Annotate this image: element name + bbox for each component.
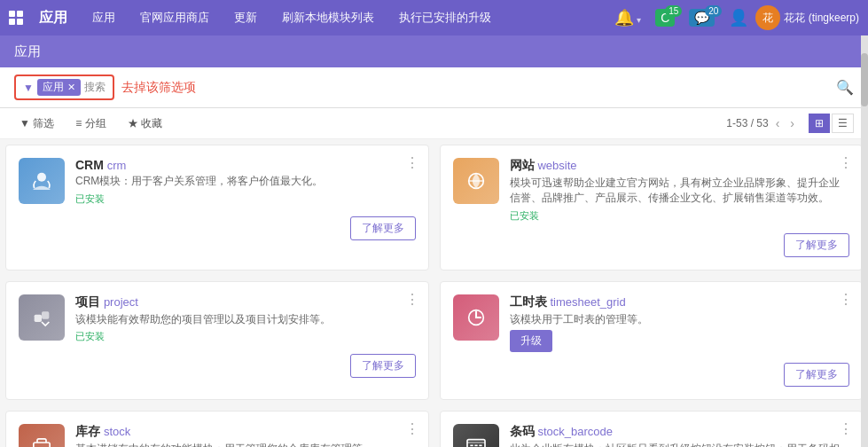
app-icon bbox=[19, 158, 65, 204]
app-title: 项目 project bbox=[75, 294, 416, 310]
app-code: stock bbox=[104, 425, 130, 438]
cards-grid: CRM crm CRM模块：用于客户关系管理，将客户价值最大化。 已安装 了解更… bbox=[0, 139, 868, 447]
nav-item-refresh[interactable]: 刷新本地模块列表 bbox=[273, 6, 383, 29]
card-menu-btn[interactable]: ⋮ bbox=[405, 154, 419, 171]
nav-item-apps[interactable]: 应用 bbox=[83, 6, 124, 29]
svg-rect-3 bbox=[35, 314, 42, 321]
app-desc: 此为企业版有模块；社区版只看到升级按钮没有安装按钮：用于条码相关功能管理。 bbox=[510, 442, 850, 447]
nav-item-execute[interactable]: 执行已安排的升级 bbox=[390, 6, 500, 29]
group-btn[interactable]: ≡ 分组 bbox=[70, 114, 111, 133]
avatar-section[interactable]: 花 花花 (tingkeerp) bbox=[755, 5, 859, 30]
app-info: 项目 project 该模块能有效帮助您的项目管理以及项目计划安排等。 已安装 bbox=[75, 294, 416, 344]
app-card: 条码 stock_barcode 此为企业版有模块；社区版只看到升级按钮没有安装… bbox=[440, 411, 864, 447]
app-card-top: 网站 website 模块可迅速帮助企业建立官方网站，具有树立企业品牌形象、提升… bbox=[453, 158, 850, 223]
group-btn-label: ≡ 分组 bbox=[75, 116, 106, 131]
chat-count: 15 bbox=[665, 5, 682, 17]
prev-page-btn[interactable]: ‹ bbox=[772, 115, 784, 131]
app-desc: 基本进销存中的存的功能模块：用于管理您的合库库存管理等。 bbox=[75, 442, 416, 447]
scrollbar-thumb[interactable] bbox=[861, 53, 868, 106]
app-title: 库存 stock bbox=[75, 424, 416, 440]
app-card: CRM crm CRM模块：用于客户关系管理，将客户价值最大化。 已安装 了解更… bbox=[5, 145, 429, 271]
bell-icon[interactable]: 🔔 ▾ bbox=[614, 8, 642, 27]
list-view-btn[interactable]: ☰ bbox=[832, 114, 854, 133]
filter-btn[interactable]: ▼ 筛选 bbox=[14, 114, 59, 133]
app-icon bbox=[19, 294, 65, 341]
page-title: 应用 bbox=[14, 43, 41, 60]
app-info: CRM crm CRM模块：用于客户关系管理，将客户价值最大化。 已安装 bbox=[75, 158, 416, 206]
card-menu-btn[interactable]: ⋮ bbox=[405, 420, 419, 437]
pagination-label: 1-53 / 53 bbox=[726, 117, 768, 129]
app-code: project bbox=[104, 295, 138, 309]
controls-bar: ▼ 筛选 ≡ 分组 ★ 收藏 1-53 / 53 ‹ › ⊞ ☰ bbox=[0, 108, 868, 139]
search-label: 搜索 bbox=[84, 80, 106, 95]
app-code: stock_barcode bbox=[537, 425, 613, 438]
app-card: 工时表 timesheet_grid 该模块用于工时表的管理等。 升级 了解更多… bbox=[440, 281, 864, 401]
app-icon bbox=[453, 158, 499, 204]
scrollbar-track[interactable] bbox=[861, 35, 868, 447]
app-card: 网站 website 模块可迅速帮助企业建立官方网站，具有树立企业品牌形象、提升… bbox=[440, 145, 864, 271]
next-page-btn[interactable]: › bbox=[786, 115, 798, 131]
app-card-top: 库存 stock 基本进销存中的存的功能模块：用于管理您的合库库存管理等。 已安… bbox=[19, 424, 416, 447]
app-desc: CRM模块：用于客户关系管理，将客户价值最大化。 bbox=[75, 174, 416, 189]
learn-more-btn[interactable]: 了解更多 bbox=[350, 216, 416, 240]
app-card-footer: 了解更多 bbox=[453, 363, 850, 387]
user-icon[interactable]: 👤 bbox=[729, 8, 748, 27]
filter-tag-close[interactable]: ✕ bbox=[67, 82, 75, 93]
app-title: 条码 stock_barcode bbox=[510, 424, 850, 440]
grid-view-btn[interactable]: ⊞ bbox=[809, 114, 830, 133]
search-box: ▼ 应用 ✕ 搜索 bbox=[14, 74, 114, 100]
app-code: crm bbox=[107, 159, 127, 172]
card-menu-btn[interactable]: ⋮ bbox=[839, 291, 853, 308]
fav-btn[interactable]: ★ 收藏 bbox=[122, 114, 168, 133]
app-icon bbox=[19, 424, 65, 447]
card-menu-btn[interactable]: ⋮ bbox=[839, 420, 853, 437]
avatar: 花 bbox=[755, 5, 780, 30]
app-card-footer: 了解更多 bbox=[453, 233, 850, 257]
upgrade-btn[interactable]: 升级 bbox=[510, 330, 552, 352]
app-info: 库存 stock 基本进销存中的存的功能模块：用于管理您的合库库存管理等。 已安… bbox=[75, 424, 416, 447]
app-info: 条码 stock_barcode 此为企业版有模块；社区版只看到升级按钮没有安装… bbox=[510, 424, 850, 447]
top-nav: 应用 应用 官网应用商店 更新 刷新本地模块列表 执行已安排的升级 🔔 ▾ C … bbox=[0, 0, 868, 35]
nav-logo-label: 应用 bbox=[30, 5, 76, 31]
msg-count: 20 bbox=[705, 5, 722, 17]
pagination: 1-53 / 53 ‹ › bbox=[726, 115, 798, 131]
grid-icon[interactable] bbox=[9, 11, 23, 25]
app-info: 网站 website 模块可迅速帮助企业建立官方网站，具有树立企业品牌形象、提升… bbox=[510, 158, 850, 223]
card-menu-btn[interactable]: ⋮ bbox=[839, 154, 853, 171]
app-desc: 模块可迅速帮助企业建立官方网站，具有树立企业品牌形象、提升企业信誉、品牌推广、产… bbox=[510, 176, 850, 206]
app-card-top: 工时表 timesheet_grid 该模块用于工时表的管理等。 升级 bbox=[453, 294, 850, 353]
learn-more-btn[interactable]: 了解更多 bbox=[784, 233, 849, 257]
nav-item-update[interactable]: 更新 bbox=[225, 6, 266, 29]
card-menu-btn[interactable]: ⋮ bbox=[405, 291, 419, 308]
filter-icon: ▼ bbox=[23, 82, 34, 94]
learn-more-btn[interactable]: 了解更多 bbox=[784, 363, 849, 387]
learn-more-btn[interactable]: 了解更多 bbox=[350, 354, 416, 378]
app-info: 工时表 timesheet_grid 该模块用于工时表的管理等。 升级 bbox=[510, 294, 850, 353]
msg-badge[interactable]: 💬 20 bbox=[689, 11, 715, 25]
filter-tag-apps: 应用 ✕ bbox=[37, 79, 81, 96]
filter-btn-label: ▼ 筛选 bbox=[20, 116, 54, 131]
filter-tag-label: 应用 bbox=[43, 80, 64, 95]
app-code: website bbox=[537, 159, 576, 172]
secondary-nav: 应用 bbox=[0, 35, 868, 67]
nav-item-store[interactable]: 官网应用商店 bbox=[131, 6, 218, 29]
app-status: 已安装 bbox=[75, 330, 416, 343]
app-title: CRM crm bbox=[75, 158, 416, 172]
app-card: 项目 project 该模块能有效帮助您的项目管理以及项目计划安排等。 已安装 … bbox=[5, 281, 429, 401]
app-card-top: 项目 project 该模块能有效帮助您的项目管理以及项目计划安排等。 已安装 bbox=[19, 294, 416, 344]
chat-badge[interactable]: C 15 bbox=[655, 11, 675, 25]
app-desc: 该模块用于工时表的管理等。 bbox=[510, 312, 850, 327]
app-card-footer: 了解更多 bbox=[19, 216, 416, 240]
app-status: 已安装 bbox=[510, 209, 850, 223]
search-button[interactable]: 🔍 bbox=[836, 79, 854, 96]
app-card-top: 条码 stock_barcode 此为企业版有模块；社区版只看到升级按钮没有安装… bbox=[453, 424, 850, 447]
app-icon bbox=[453, 294, 499, 341]
app-title: 网站 website bbox=[510, 158, 850, 174]
svg-point-0 bbox=[37, 173, 46, 182]
remove-filter-hint[interactable]: 去掉该筛选项 bbox=[121, 80, 196, 96]
filter-bar-left: ▼ 应用 ✕ 搜索 去掉该筛选项 bbox=[14, 74, 196, 100]
app-card-footer: 了解更多 bbox=[19, 354, 416, 378]
nav-icons: 🔔 ▾ C 15 💬 20 👤 花 花花 (tingkeerp) bbox=[614, 5, 859, 30]
fav-btn-label: ★ 收藏 bbox=[128, 116, 162, 131]
search-icon[interactable]: 🔍 bbox=[836, 80, 854, 95]
